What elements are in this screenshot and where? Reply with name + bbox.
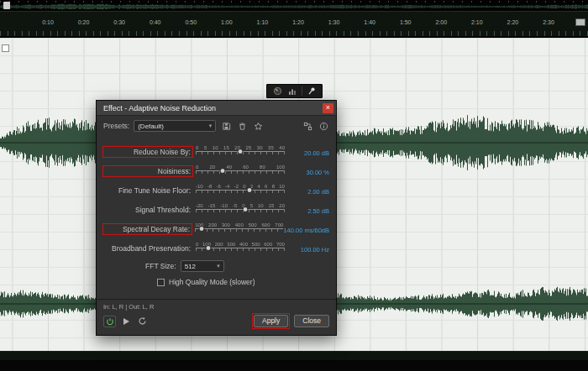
slider-tick-labels: 100200300400500600700 (195, 222, 283, 228)
timeline-tick-label: 1:20 (292, 19, 304, 25)
param-row-fine_tune_noise_floor: Fine Tune Noise Floor:-10-8-6-4-20246810… (103, 178, 329, 197)
transport-row: Apply Close (97, 311, 336, 335)
param-value-fine_tune_noise_floor: 2.00 dB (285, 188, 329, 196)
param-row-spectral_decay_rate: Spectral Decay Rate:10020030040050060070… (103, 217, 329, 236)
overview-strip[interactable] (0, 0, 588, 11)
param-slider-signal_threshold[interactable]: -20-15-10-505101520 (196, 202, 285, 217)
param-label-broadband_preservation: Broadband Preservation: (103, 243, 192, 253)
info-icon[interactable] (318, 120, 329, 132)
param-label-signal_threshold: Signal Threshold: (103, 205, 192, 215)
effect-power-toggle[interactable] (103, 316, 116, 327)
status-bar (0, 360, 588, 371)
param-row-reduce_noise: Reduce Noise By:051015202530354020.00 dB (103, 139, 329, 159)
preview-play-icon[interactable] (120, 316, 132, 327)
slider-knob[interactable] (246, 187, 252, 193)
timeline-tick-label: 0:30 (113, 19, 125, 25)
dialog-title: Effect - Adaptive Noise Reduction (103, 104, 323, 112)
timeline-tick-label: 1:10 (257, 19, 269, 25)
favorite-star-icon[interactable] (252, 120, 264, 132)
slider-track[interactable] (195, 228, 283, 236)
param-value-signal_threshold: 2.50 dB (285, 207, 329, 215)
timeline-tick-label: 1:50 (400, 19, 412, 25)
param-value-broadband_preservation: 100.00 Hz (285, 246, 329, 253)
panel-menu-icon[interactable] (575, 18, 585, 26)
fft-size-dropdown[interactable]: 512 ▾ (181, 260, 224, 272)
timeline-tick-label: 2:30 (543, 19, 554, 25)
delete-preset-icon[interactable] (236, 120, 248, 132)
dialog-footer: In: L, R | Out: L, R Apply Close (97, 299, 336, 335)
slider-knob[interactable] (219, 168, 225, 174)
io-status: In: L, R | Out: L, R (97, 300, 336, 311)
audition-window: 0:100:200:300:400:501:001:101:201:301:40… (0, 0, 588, 371)
param-label-spectral_decay_rate: Spectral Decay Rate: (103, 224, 192, 234)
routing-icon[interactable] (302, 120, 313, 132)
parameter-list: Reduce Noise By:051015202530354020.00 dB… (97, 133, 336, 255)
pin-icon[interactable] (306, 86, 318, 97)
param-value-reduce_noise: 20.00 dB (285, 149, 329, 157)
marker-handle[interactable] (2, 44, 9, 52)
timeline-tick-label: 0:20 (78, 19, 90, 25)
timeline-tick-label: 0:40 (150, 19, 161, 25)
param-slider-fine_tune_noise_floor[interactable]: -10-8-6-4-20246810 (196, 183, 285, 197)
dialog-titlebar[interactable]: Effect - Adaptive Noise Reduction × (97, 101, 336, 116)
param-slider-noisiness[interactable]: 020406080100 (196, 164, 285, 178)
presets-label: Presets: (103, 122, 129, 130)
fft-size-label: FFT Size: (145, 262, 176, 270)
slider-tick-labels: -10-8-6-4-20246810 (196, 183, 285, 190)
timeline-tick-label: 1:30 (328, 19, 340, 25)
high-quality-row: High Quality Mode (slower) (97, 272, 336, 286)
param-row-signal_threshold: Signal Threshold:-20-15-10-5051015202.50… (103, 197, 329, 217)
param-row-noisiness: Noisiness:02040608010030.00 % (103, 159, 329, 178)
fft-row: FFT Size: 512 ▾ (97, 255, 336, 272)
param-label-fine_tune_noise_floor: Fine Tune Noise Floor: (103, 186, 192, 196)
timeline-tick-label: 2:10 (471, 19, 483, 25)
slider-track[interactable] (196, 151, 285, 159)
fft-size-value: 512 (185, 263, 196, 270)
slider-track[interactable] (196, 170, 285, 178)
save-preset-icon[interactable] (220, 120, 232, 132)
slider-knob[interactable] (243, 206, 249, 212)
timeline-tick-label: 1:40 (364, 19, 375, 25)
effect-dialog: Effect - Adaptive Noise Reduction × Pres… (96, 100, 337, 336)
slider-track[interactable] (196, 190, 285, 197)
level-meter-icon[interactable] (286, 86, 298, 97)
high-quality-label: High Quality Mode (slower) (169, 278, 255, 286)
timeline-tick-label: 2:20 (507, 19, 519, 25)
timeline-tick-label: 0:10 (42, 19, 54, 25)
hud-toolbar (266, 84, 323, 98)
annotation-box-apply: Apply (252, 313, 290, 329)
apply-button[interactable]: Apply (254, 315, 288, 327)
close-button[interactable]: Close (294, 315, 329, 327)
timeline-tick-label: 0:50 (185, 19, 197, 25)
chevron-down-icon: ▾ (217, 263, 220, 269)
param-row-broadband_preservation: Broadband Preservation:01002003004005006… (103, 236, 329, 255)
param-value-spectral_decay_rate: 140.00 ms/60dB (283, 227, 329, 234)
chevron-down-icon: ▾ (209, 123, 213, 129)
param-label-reduce_noise: Reduce Noise By: (103, 147, 192, 157)
param-label-noisiness: Noisiness: (103, 166, 192, 176)
presets-dropdown[interactable]: (Default) ▾ (134, 120, 216, 132)
presets-row: Presets: (Default) ▾ (97, 116, 336, 133)
horizontal-scrollbar[interactable] (0, 351, 588, 360)
volume-knob-icon[interactable] (271, 86, 283, 97)
param-slider-broadband_preservation[interactable]: 0100200300400500600700 (196, 241, 285, 255)
slider-track[interactable] (196, 248, 285, 255)
param-slider-reduce_noise[interactable]: 0510152025303540 (196, 144, 285, 159)
slider-knob[interactable] (238, 149, 244, 154)
timeline-ruler[interactable]: 0:100:200:300:400:501:001:101:201:301:40… (0, 11, 588, 37)
slider-tick-labels: 020406080100 (196, 164, 285, 170)
close-icon[interactable]: × (323, 103, 333, 113)
hud-divider (302, 86, 302, 96)
timeline-tick-label: 2:00 (435, 19, 447, 25)
timeline-tick-label: 1:00 (221, 19, 233, 25)
presets-value: (Default) (138, 123, 164, 130)
panel-grip-icon[interactable] (3, 2, 10, 9)
high-quality-checkbox[interactable] (157, 279, 165, 286)
slider-tick-labels: -20-15-10-505101520 (196, 202, 285, 209)
slider-track[interactable] (196, 209, 285, 217)
slider-knob[interactable] (205, 245, 211, 251)
slider-knob[interactable] (198, 226, 204, 232)
param-slider-spectral_decay_rate[interactable]: 100200300400500600700 (195, 222, 283, 236)
loop-playback-icon[interactable] (136, 316, 148, 327)
param-value-noisiness: 30.00 % (285, 169, 329, 176)
